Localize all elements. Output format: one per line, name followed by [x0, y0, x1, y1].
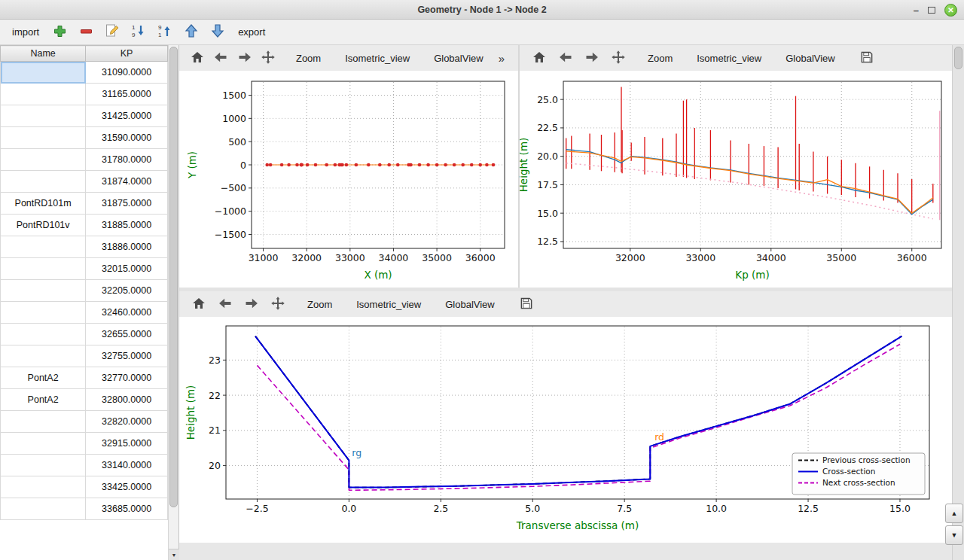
name-cell[interactable]	[1, 280, 86, 302]
pan-button[interactable]	[606, 47, 630, 68]
kp-cell[interactable]: 32770.0000	[86, 367, 168, 389]
import-button[interactable]: import	[9, 26, 42, 38]
table-row[interactable]: 33685.0000	[1, 498, 168, 520]
minimize-button[interactable]: –	[914, 5, 919, 15]
kp-cell[interactable]: 32820.0000	[86, 411, 168, 433]
name-cell[interactable]	[1, 411, 86, 433]
table-row[interactable]: PontA232770.0000	[1, 367, 168, 389]
name-cell[interactable]	[1, 84, 86, 105]
table-scrollbar-thumb[interactable]	[169, 47, 178, 507]
table-row[interactable]: PontA232800.0000	[1, 389, 168, 411]
edit-button[interactable]	[103, 23, 121, 42]
sort-ascending-button[interactable]: 19	[130, 23, 148, 42]
kp-cell[interactable]: 31886.0000	[86, 236, 168, 258]
name-cell[interactable]: PontA2	[1, 389, 86, 411]
home-button[interactable]	[527, 47, 551, 68]
kp-cell[interactable]: 31165.0000	[86, 84, 168, 105]
table-row[interactable]: 33140.0000	[1, 455, 168, 476]
kp-cell[interactable]: 32755.0000	[86, 345, 168, 367]
table-row[interactable]: PontRD101m31875.0000	[1, 193, 168, 215]
kp-cell[interactable]: 31590.0000	[86, 127, 168, 149]
maximize-button[interactable]	[928, 7, 935, 14]
table-row[interactable]: 32460.0000	[1, 302, 168, 324]
profile-chart[interactable]: 320003300034000350003600012.515.017.520.…	[520, 71, 952, 288]
name-cell[interactable]	[1, 149, 86, 171]
cross-section-chart[interactable]: −2.50.02.55.07.510.012.515.020212223rgrd…	[179, 317, 952, 543]
back-button[interactable]	[210, 47, 231, 68]
table-row[interactable]: 32655.0000	[1, 324, 168, 345]
zoom-button[interactable]: Zoom	[300, 295, 339, 314]
name-cell[interactable]	[1, 105, 86, 127]
move-down-button[interactable]	[209, 23, 227, 42]
name-cell[interactable]	[1, 345, 86, 367]
move-up-button[interactable]	[182, 23, 200, 42]
table-row[interactable]: 31590.0000	[1, 127, 168, 149]
table-scroll-down-button[interactable]: ▼	[169, 549, 179, 560]
kp-cell[interactable]: 31780.0000	[86, 149, 168, 171]
kp-cell[interactable]: 33140.0000	[86, 455, 168, 476]
kp-cell[interactable]: 31874.0000	[86, 171, 168, 193]
table-row[interactable]: 33425.0000	[1, 476, 168, 498]
global-view-button[interactable]: GlobalView	[427, 49, 490, 68]
table-row[interactable]: 31165.0000	[1, 84, 168, 105]
save-figure-button[interactable]	[855, 47, 879, 68]
name-cell[interactable]	[1, 171, 86, 193]
kp-cell[interactable]: 31425.0000	[86, 105, 168, 127]
table-row[interactable]: 31425.0000	[1, 105, 168, 127]
name-cell[interactable]	[1, 498, 86, 520]
table-row[interactable]: 32820.0000	[1, 411, 168, 433]
kp-cell[interactable]: 32015.0000	[86, 258, 168, 280]
table-row[interactable]: 31090.0000	[1, 62, 168, 84]
kp-cell[interactable]: 32205.0000	[86, 280, 168, 302]
isometric-view-button[interactable]: Isometric_view	[690, 49, 768, 68]
name-cell[interactable]	[1, 236, 86, 258]
table-row[interactable]: 32755.0000	[1, 345, 168, 367]
forward-button[interactable]	[233, 47, 255, 68]
name-cell[interactable]: PontRD101v	[1, 215, 86, 236]
plan-view-chart[interactable]: 310003200033000340003500036000−1500−1000…	[179, 71, 518, 288]
window-scrollbar[interactable]	[952, 45, 964, 560]
isometric-view-button[interactable]: Isometric_view	[338, 49, 416, 68]
scroll-down-button[interactable]: ▼	[945, 525, 963, 545]
forward-button[interactable]	[239, 294, 264, 315]
name-cell[interactable]	[1, 476, 86, 498]
name-cell[interactable]: PontA2	[1, 367, 86, 389]
save-figure-button[interactable]	[514, 294, 538, 315]
kp-cell[interactable]: 32460.0000	[86, 302, 168, 324]
scroll-up-button[interactable]: ▲	[945, 504, 963, 523]
remove-row-button[interactable]	[77, 23, 95, 42]
table-row[interactable]: 32015.0000	[1, 258, 168, 280]
pan-button[interactable]	[258, 47, 279, 68]
home-button[interactable]	[187, 294, 211, 315]
global-view-button[interactable]: GlobalView	[779, 49, 842, 68]
close-button[interactable]: ✕	[944, 4, 957, 17]
name-cell[interactable]	[1, 324, 86, 345]
kp-cell[interactable]: 32915.0000	[86, 433, 168, 455]
table-row[interactable]: PontRD101v31885.0000	[1, 215, 168, 236]
kp-cell[interactable]: 32800.0000	[86, 389, 168, 411]
table-row[interactable]: 32205.0000	[1, 280, 168, 302]
table-row[interactable]: 31780.0000	[1, 149, 168, 171]
isometric-view-button[interactable]: Isometric_view	[349, 295, 428, 314]
zoom-button[interactable]: Zoom	[289, 49, 328, 68]
back-button[interactable]	[213, 294, 237, 315]
pan-button[interactable]	[266, 294, 290, 315]
name-cell[interactable]	[1, 127, 86, 149]
kp-cell[interactable]: 31875.0000	[86, 193, 168, 215]
name-cell[interactable]	[1, 455, 86, 476]
column-header-kp[interactable]: KP	[86, 46, 168, 62]
zoom-button[interactable]: Zoom	[641, 49, 679, 68]
kp-cell[interactable]: 32655.0000	[86, 324, 168, 345]
name-cell[interactable]	[1, 302, 86, 324]
name-cell[interactable]	[1, 62, 86, 84]
column-header-name[interactable]: Name	[1, 46, 86, 62]
sort-descending-button[interactable]: 91	[156, 23, 174, 42]
home-button[interactable]	[187, 47, 208, 68]
table-row[interactable]: 32915.0000	[1, 433, 168, 455]
forward-button[interactable]	[580, 47, 604, 68]
kp-cell[interactable]: 33425.0000	[86, 476, 168, 498]
export-button[interactable]: export	[235, 26, 268, 38]
name-cell[interactable]	[1, 258, 86, 280]
name-cell[interactable]	[1, 433, 86, 455]
name-cell[interactable]: PontRD101m	[1, 193, 86, 215]
